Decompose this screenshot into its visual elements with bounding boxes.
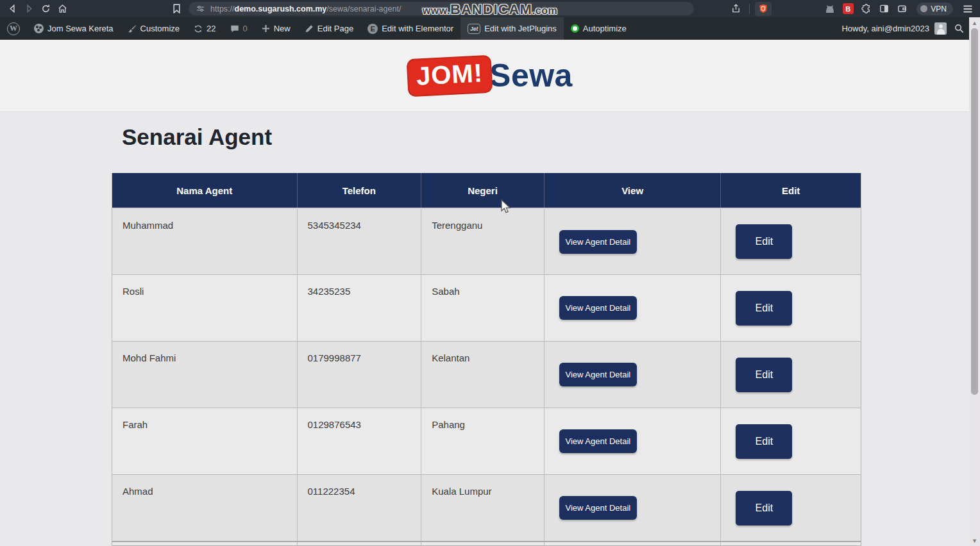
forward-icon	[21, 2, 37, 16]
updates-count: 22	[207, 24, 215, 33]
cell-telefon: 5345345234	[297, 209, 421, 274]
cell-edit: Edit	[720, 209, 861, 274]
url-path: /sewa/senarai-agent/	[326, 4, 401, 13]
cell-nama-agent: Muhammad	[112, 209, 297, 274]
toolbar-divider	[749, 4, 750, 14]
cell-telefon: 0129876543	[297, 408, 421, 474]
scrollbar-thumb[interactable]	[971, 28, 978, 395]
cell-view: View Agent Detail	[544, 342, 721, 408]
watermark-suffix: .com	[532, 5, 557, 16]
bookmark-icon[interactable]	[168, 2, 185, 16]
avatar[interactable]	[934, 22, 947, 35]
jomsewa-logo[interactable]: JOM! Sewa	[407, 57, 573, 95]
new-menu[interactable]: New	[255, 17, 298, 40]
comments-menu[interactable]: 0	[223, 17, 255, 40]
view-agent-detail-button[interactable]: View Agent Detail	[559, 230, 637, 254]
url-host: demo.sugarush.com.my	[235, 4, 327, 13]
watermark-name: BANDICAM	[450, 1, 532, 17]
edit-button[interactable]: Edit	[736, 224, 792, 259]
table-row-partial	[112, 541, 861, 545]
edit-page-menu[interactable]: Edit Page	[298, 17, 360, 40]
edit-button[interactable]: Edit	[736, 491, 792, 525]
browser-right-icons: B VPN	[727, 2, 976, 16]
reload-icon[interactable]	[37, 2, 54, 16]
menu-icon[interactable]	[959, 2, 976, 16]
url-text[interactable]: https://demo.sugarush.com.my/sewa/senara…	[210, 4, 401, 13]
cell-negeri: Kelantan	[421, 342, 544, 408]
customize-menu[interactable]: Customize	[121, 17, 187, 40]
scroll-down-icon[interactable]: ▼	[969, 535, 980, 546]
brush-icon	[128, 24, 137, 33]
cell-negeri: Pahang	[421, 408, 544, 474]
header-negeri: Negeri	[421, 173, 544, 208]
bandicam-watermark: www.BANDICAM.com	[423, 1, 557, 18]
cell-nama-agent: Rosli	[112, 275, 297, 341]
cell-negeri: Terengganu	[421, 209, 544, 274]
cell-edit: Edit	[720, 275, 861, 341]
jetplugins-icon: Jet	[468, 24, 480, 34]
logo-jom-badge: JOM!	[407, 54, 493, 97]
edit-with-elementor-label: Edit with Elementor	[382, 24, 453, 33]
site-settings-icon[interactable]	[195, 2, 205, 15]
wp-logo-menu[interactable]: W	[0, 17, 27, 40]
edit-with-jetplugins-label: Edit with JetPlugins	[484, 24, 557, 33]
share-icon[interactable]	[727, 2, 744, 16]
header-telefon: Telefon	[297, 173, 421, 208]
cat-extension-icon[interactable]	[822, 2, 838, 16]
edit-with-jetplugins-menu[interactable]: Jet Edit with JetPlugins	[460, 17, 564, 40]
table-row: Farah 0129876543 Pahang View Agent Detai…	[112, 408, 861, 474]
brave-shield-icon[interactable]	[755, 2, 772, 16]
extensions-icon[interactable]	[858, 2, 874, 16]
comments-count: 0	[243, 24, 248, 33]
header-nama-agent: Nama Agent	[112, 173, 297, 208]
edit-with-elementor-menu[interactable]: E Edit with Elementor	[360, 17, 460, 40]
view-agent-detail-button[interactable]: View Agent Detail	[559, 363, 637, 386]
search-icon[interactable]	[949, 24, 969, 33]
updates-menu[interactable]: 22	[187, 17, 223, 40]
cell-nama-agent: Ahmad	[112, 475, 297, 541]
home-icon[interactable]	[54, 2, 71, 16]
cell-view: View Agent Detail	[544, 475, 721, 541]
bandicam-letter: B	[843, 3, 854, 14]
edit-button[interactable]: Edit	[736, 358, 792, 392]
edit-button[interactable]: Edit	[736, 291, 792, 326]
updates-icon	[194, 24, 203, 33]
pencil-icon	[305, 24, 314, 33]
cell-edit: Edit	[720, 475, 861, 541]
edit-button[interactable]: Edit	[736, 424, 792, 459]
admin-bar-right: Howdy, aini@dmin2023	[841, 17, 969, 40]
autoptimize-label: Autoptimize	[583, 24, 627, 33]
vpn-badge[interactable]: VPN	[917, 3, 953, 15]
page-title: Senarai Agent	[122, 123, 861, 151]
new-label: New	[274, 24, 291, 33]
cell-negeri: Sabah	[421, 275, 544, 341]
autoptimize-menu[interactable]: Autoptimize	[564, 17, 634, 40]
cell-edit: Edit	[720, 342, 861, 408]
table-row: Muhammad 5345345234 Terengganu View Agen…	[112, 208, 861, 274]
howdy-account-menu[interactable]: Howdy, aini@dmin2023	[841, 24, 932, 33]
vpn-label: VPN	[931, 4, 947, 13]
site-header: JOM! Sewa	[0, 40, 980, 112]
cell-telefon: 011222354	[297, 475, 421, 541]
table-row: Rosli 34235235 Sabah View Agent Detail E…	[112, 274, 861, 341]
logo-sewa-text: Sewa	[489, 57, 573, 94]
cell-nama-agent: Farah	[112, 408, 297, 474]
main-content: Senarai Agent Nama Agent Telefon Negeri …	[0, 113, 980, 546]
url-scheme: https://	[210, 4, 235, 13]
wallet-icon[interactable]	[893, 2, 910, 16]
view-agent-detail-button[interactable]: View Agent Detail	[559, 429, 637, 453]
vertical-scrollbar[interactable]: ▲ ▼	[969, 17, 980, 546]
back-icon[interactable]	[4, 2, 21, 16]
header-view: View	[544, 173, 721, 208]
bandicam-icon[interactable]: B	[840, 2, 856, 16]
view-agent-detail-button[interactable]: View Agent Detail	[559, 296, 637, 320]
site-name-menu[interactable]: Jom Sewa Kereta	[27, 17, 121, 40]
view-agent-detail-button[interactable]: View Agent Detail	[559, 496, 637, 520]
customize-label: Customize	[140, 24, 180, 33]
cell-view: View Agent Detail	[544, 408, 721, 474]
cell-telefon: 0179998877	[297, 342, 421, 408]
table-row: Mohd Fahmi 0179998877 Kelantan View Agen…	[112, 341, 861, 408]
sidebar-icon[interactable]	[875, 2, 892, 16]
agent-table: Nama Agent Telefon Negeri View Edit Muha…	[112, 173, 861, 546]
scroll-up-icon[interactable]: ▲	[969, 17, 980, 28]
